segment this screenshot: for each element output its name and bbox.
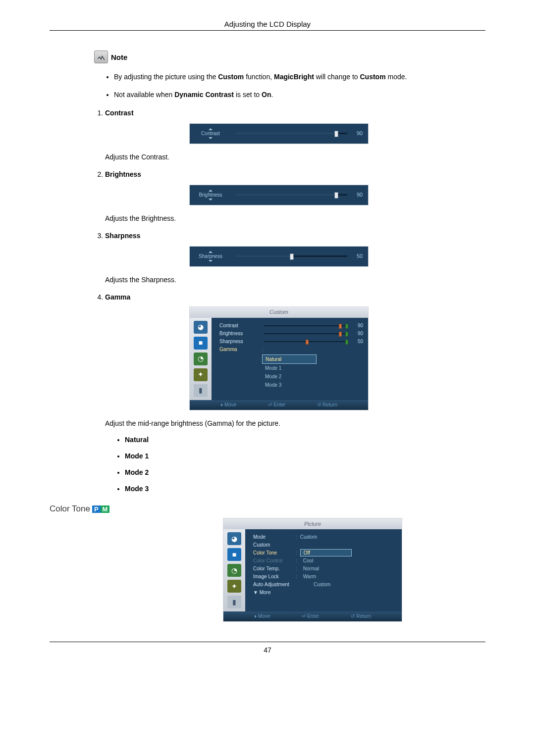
gamma-mode-list: Natural Mode 1 Mode 2 Mode 3	[105, 435, 485, 494]
item-desc: Adjusts the Contrast.	[105, 152, 485, 162]
gamma-options[interactable]: Natural Mode 1 Mode 2 Mode 3	[262, 354, 317, 389]
item-sharpness: Sharpness Sharpness 50 Adjusts the Sharp…	[105, 231, 485, 285]
chevron-down-icon	[209, 199, 213, 201]
osd-slider-contrast[interactable]: Contrast 90	[189, 123, 369, 144]
page-title: Adjusting the LCD Display	[224, 20, 311, 28]
gamma-option-mode3[interactable]: Mode 3	[262, 381, 317, 389]
gamma-option-mode1[interactable]: Mode 1	[262, 364, 317, 372]
note-heading: Note	[94, 50, 485, 63]
gamma-mode-2: Mode 2	[125, 467, 485, 478]
item-head: Gamma	[105, 293, 130, 301]
gamma-option-mode2[interactable]: Mode 2	[262, 372, 317, 381]
osd-row-custom[interactable]: Custom	[253, 541, 397, 549]
osd-row-color-tone[interactable]: Color Tone : Off	[253, 549, 397, 557]
note-icon	[94, 50, 108, 63]
screen-icon[interactable]: ■	[227, 548, 241, 561]
osd-slider-brightness[interactable]: Brightness 90	[189, 185, 369, 205]
item-gamma: Gamma Custom ◕ ■ ◔ ✦ ▮ Contra	[105, 292, 485, 494]
osd-footer: ♦ Move ⏎ Enter ↺ Return	[190, 400, 368, 410]
osd-row-mode[interactable]: Mode : Custom	[253, 533, 397, 541]
slider-track[interactable]	[235, 194, 347, 196]
picture-icon[interactable]: ◕	[194, 321, 208, 334]
chevron-down-icon	[209, 260, 213, 262]
gamma-mode-natural: Natural	[125, 435, 485, 445]
slider-label: Brightness	[199, 193, 222, 198]
chevron-up-icon	[209, 128, 213, 130]
color-tone-option-warm[interactable]: Warm	[300, 573, 319, 580]
osd-side-icons: ◕ ■ ◔ ✦ ▮	[190, 318, 212, 400]
osd-row-color-temp[interactable]: Color Temp. : Normal	[253, 565, 397, 573]
slider-value: 90	[352, 129, 367, 138]
picture-icon[interactable]: ◕	[227, 532, 241, 545]
slider-track[interactable]	[235, 255, 347, 257]
gamma-option-natural[interactable]: Natural	[262, 354, 317, 364]
osd-title: Custom	[190, 307, 368, 318]
slider-value: 50	[352, 252, 367, 260]
clock-icon[interactable]: ◔	[227, 564, 241, 577]
slider-label: Contrast	[201, 131, 220, 136]
osd-main: Mode : Custom Custom Color Tone : Off	[245, 529, 402, 611]
osd-menu-gamma[interactable]: Custom ◕ ■ ◔ ✦ ▮ Contrast	[189, 306, 369, 410]
content: Note By adjusting the picture using the …	[94, 50, 485, 622]
gear-icon[interactable]: ✦	[227, 580, 241, 593]
slider-label: Sharpness	[199, 254, 222, 259]
page-number: 47	[264, 646, 271, 654]
osd-row-image-lock[interactable]: Image Lock : Warm	[253, 573, 397, 581]
chevron-down-icon	[209, 137, 213, 139]
item-head: Contrast	[105, 109, 134, 117]
osd-row-auto-adjustment[interactable]: Auto Adjustment Custom	[253, 581, 397, 589]
page-header: Adjusting the LCD Display	[50, 20, 485, 31]
osd-row-more[interactable]: ▼ More	[253, 589, 397, 597]
section-title-text: Color Tone	[50, 504, 90, 514]
items-list: Contrast Contrast 90 Adjusts the Contras…	[94, 108, 485, 494]
item-head: Sharpness	[105, 232, 141, 240]
osd-row-sharpness[interactable]: Sharpness 50	[219, 338, 363, 346]
slider-track[interactable]	[235, 133, 347, 134]
osd-row-gamma[interactable]: Gamma :	[219, 346, 363, 353]
osd-side-icons: ◕ ■ ◔ ✦ ▮	[223, 529, 245, 611]
osd-main: Contrast 90 Brightness 90 Sharpness	[212, 318, 368, 400]
item-desc: Adjust the mid-range brightness (Gamma) …	[105, 418, 485, 429]
osd-row-color-control: Color Control : Cool	[253, 557, 397, 565]
osd-menu-color-tone[interactable]: Picture ◕ ■ ◔ ✦ ▮ Mode : Custom Cus	[223, 518, 402, 622]
color-tone-option-custom[interactable]: Custom	[311, 581, 333, 588]
slider-thumb[interactable]	[290, 253, 294, 260]
color-tone-option-off[interactable]: Off	[300, 549, 352, 556]
osd-row-contrast[interactable]: Contrast 90	[219, 322, 363, 330]
item-desc: Adjusts the Brightness.	[105, 213, 485, 224]
color-tone-option-cool[interactable]: Cool	[300, 557, 317, 564]
gear-icon[interactable]: ✦	[194, 368, 208, 381]
screen-icon[interactable]: ■	[194, 337, 208, 350]
page-footer: 47	[50, 642, 485, 654]
gamma-mode-3: Mode 3	[125, 484, 485, 494]
slider-value: 90	[352, 191, 367, 199]
page: Adjusting the LCD Display Note By adjust…	[0, 0, 535, 684]
note-bullet-1: By adjusting the picture using the Custo…	[114, 71, 485, 83]
item-brightness: Brightness Brightness 90 Adjusts the Bri…	[105, 169, 485, 224]
note-bullets: By adjusting the picture using the Custo…	[94, 71, 485, 101]
item-contrast: Contrast Contrast 90 Adjusts the Contras…	[105, 108, 485, 162]
color-tone-option-normal[interactable]: Normal	[300, 565, 322, 572]
section-color-tone: Color Tone PM	[50, 504, 485, 514]
gamma-mode-1: Mode 1	[125, 451, 485, 461]
osd-slider-sharpness[interactable]: Sharpness 50	[189, 246, 369, 267]
clock-icon[interactable]: ◔	[194, 353, 208, 365]
chevron-up-icon	[209, 251, 213, 253]
slider-thumb[interactable]	[334, 131, 338, 137]
note-label: Note	[111, 53, 127, 61]
slider-thumb[interactable]	[334, 192, 338, 199]
osd-row-brightness[interactable]: Brightness 90	[219, 330, 363, 338]
item-head: Brightness	[105, 170, 141, 178]
pm-badge-icon: PM	[92, 504, 110, 514]
note-bullet-2: Not available when Dynamic Contrast is s…	[114, 89, 485, 101]
item-desc: Adjusts the Sharpness.	[105, 275, 485, 285]
osd-title: Picture	[223, 518, 402, 529]
osd-footer: ♦ Move ⏎ Enter ↺ Return	[223, 611, 402, 621]
input-icon[interactable]: ▮	[194, 384, 208, 397]
chevron-up-icon	[209, 190, 213, 192]
input-icon[interactable]: ▮	[227, 596, 241, 608]
